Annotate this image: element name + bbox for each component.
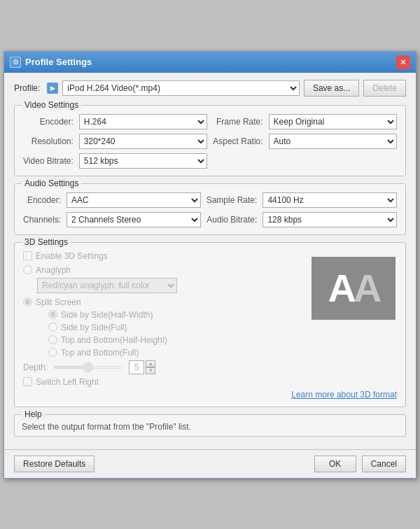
audio-encoder-label: Encoder: <box>23 195 61 205</box>
aspect-ratio-select[interactable]: Auto <box>269 134 397 149</box>
dialog-icon: ⚙ <box>10 57 21 68</box>
depth-label: Depth: <box>23 362 48 372</box>
save-as-button[interactable]: Save as... <box>304 80 359 97</box>
audio-settings-grid: Encoder: AAC Sample Rate: 44100 Hz Chann… <box>23 192 397 227</box>
profile-row: Profile: ▶ iPod H.264 Video(*.mp4) Save … <box>14 80 406 97</box>
top-bottom-full-row: Top and Bottom(Full) <box>48 348 397 358</box>
depth-spinner-buttons: ▲ ▼ <box>146 360 155 374</box>
switch-left-right-row: Switch Left Right <box>23 377 397 387</box>
enable-3d-label: Enable 3D Settings <box>36 251 108 261</box>
side-by-side-full-label: Side by Side(Full) <box>61 323 127 332</box>
depth-spinner-wrap: 5 ▲ ▼ <box>129 360 155 374</box>
enable-3d-checkbox[interactable] <box>23 251 32 260</box>
depth-decrement-button[interactable]: ▼ <box>146 367 155 374</box>
close-button[interactable]: ✕ <box>396 55 410 69</box>
3d-settings-section: 3D Settings AA Enable 3D Settings Anagly… <box>14 242 406 407</box>
anaglyph-select[interactable]: Red/cyan anaglyph, full color <box>37 278 177 293</box>
video-bitrate-label: Video Bitrate: <box>23 156 74 166</box>
split-screen-label: Split Screen <box>36 297 81 307</box>
channels-select[interactable]: 2 Channels Stereo <box>66 212 201 227</box>
title-bar: ⚙ Profile Settings ✕ <box>4 52 416 73</box>
encoder-select[interactable]: H.264 <box>79 114 207 129</box>
depth-value: 5 <box>129 360 144 374</box>
delete-button[interactable]: Delete <box>363 80 406 97</box>
top-bottom-half-label: Top and Bottom(Half-Height) <box>61 335 167 345</box>
anaglyph-label: Anaglyph <box>36 265 71 275</box>
aspect-ratio-label: Aspect Ratio: <box>213 136 262 146</box>
resolution-select[interactable]: 320*240 <box>79 134 207 149</box>
encoder-label: Encoder: <box>23 117 74 127</box>
side-by-side-half-radio[interactable] <box>48 310 57 319</box>
switch-left-right-checkbox[interactable] <box>23 377 32 386</box>
audio-settings-section: Audio Settings Encoder: AAC Sample Rate:… <box>14 183 406 235</box>
sample-rate-label: Sample Rate: <box>206 195 258 205</box>
profile-select[interactable]: iPod H.264 Video(*.mp4) <box>62 80 300 96</box>
top-bottom-full-label: Top and Bottom(Full) <box>61 348 139 358</box>
preview-aa-left: A <box>328 265 354 311</box>
frame-rate-select[interactable]: Keep Original <box>269 114 397 129</box>
side-by-side-full-row: Side by Side(Full) <box>48 323 397 332</box>
sample-rate-select[interactable]: 44100 Hz <box>262 192 397 208</box>
help-title: Help <box>22 409 45 419</box>
anaglyph-radio[interactable] <box>23 265 32 274</box>
ok-button[interactable]: OK <box>314 456 356 472</box>
switch-left-right-label: Switch Left Right <box>36 377 99 387</box>
side-by-side-full-radio[interactable] <box>48 323 57 332</box>
channels-label: Channels: <box>23 215 61 225</box>
help-text: Select the output format from the "Profi… <box>22 422 398 432</box>
profile-icon: ▶ <box>47 83 58 94</box>
side-by-side-half-label: Side by Side(Half-Width) <box>61 310 153 320</box>
dialog-footer: Restore Defaults OK Cancel <box>4 449 416 478</box>
cancel-button[interactable]: Cancel <box>362 456 406 472</box>
footer-buttons: OK Cancel <box>314 456 406 472</box>
audio-encoder-select[interactable]: AAC <box>66 192 201 208</box>
top-bottom-half-row: Top and Bottom(Half-Height) <box>48 335 397 345</box>
resolution-label: Resolution: <box>23 136 74 146</box>
profile-label: Profile: <box>14 83 40 93</box>
video-settings-title: Video Settings <box>22 100 81 110</box>
top-bottom-half-radio[interactable] <box>48 335 57 344</box>
help-section: Help Select the output format from the "… <box>14 414 406 437</box>
split-screen-radio[interactable] <box>23 297 32 306</box>
dialog-title: Profile Settings <box>25 57 396 67</box>
3d-preview-box: AA <box>312 257 396 320</box>
audio-bitrate-select[interactable]: 128 kbps <box>262 212 397 227</box>
preview-aa-right: A <box>354 265 379 311</box>
video-bitrate-select[interactable]: 512 kbps <box>79 153 207 169</box>
profile-settings-dialog: ⚙ Profile Settings ✕ Profile: ▶ iPod H.2… <box>4 51 416 479</box>
restore-defaults-button[interactable]: Restore Defaults <box>14 456 94 472</box>
dialog-body: Profile: ▶ iPod H.264 Video(*.mp4) Save … <box>4 73 416 449</box>
top-bottom-full-radio[interactable] <box>48 348 57 357</box>
depth-increment-button[interactable]: ▲ <box>146 360 155 367</box>
depth-row: Depth: 5 ▲ ▼ <box>23 360 397 374</box>
audio-settings-title: Audio Settings <box>22 178 81 188</box>
preview-aa-letters: AA <box>328 265 379 311</box>
3d-settings-title: 3D Settings <box>22 237 71 247</box>
video-settings-grid: Encoder: H.264 Frame Rate: Keep Original… <box>23 114 397 169</box>
depth-slider[interactable] <box>53 366 123 369</box>
audio-bitrate-label: Audio Bitrate: <box>206 215 258 225</box>
frame-rate-label: Frame Rate: <box>213 117 262 127</box>
video-settings-section: Video Settings Encoder: H.264 Frame Rate… <box>14 105 406 176</box>
learn-more-link[interactable]: Learn more about 3D format <box>23 390 397 400</box>
